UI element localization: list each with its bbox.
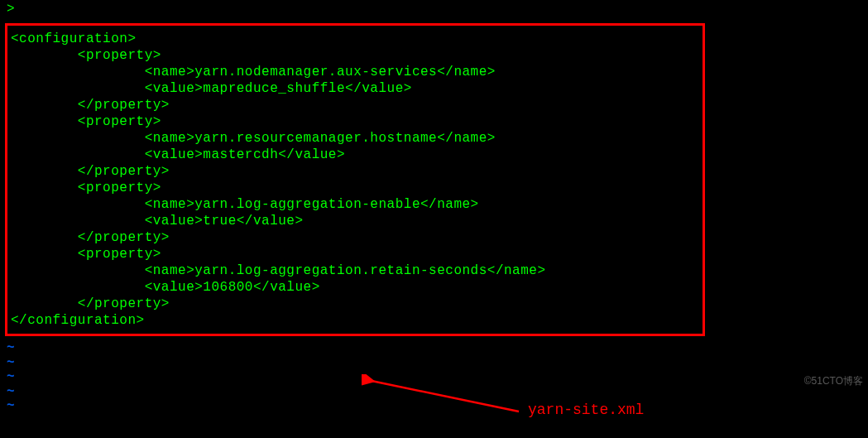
watermark-text: ©51CTO博客 (804, 374, 863, 388)
xml-line: <name>yarn.resourcemanager.hostname</nam… (11, 130, 699, 147)
xml-line: </property> (11, 229, 699, 246)
xml-line: <value>mastercdh</value> (11, 147, 699, 163)
tilde-line: ~ (7, 356, 861, 371)
xml-line: <configuration> (11, 31, 699, 47)
xml-line: </configuration> (11, 312, 699, 329)
xml-line: <name>yarn.log-aggregation.retain-second… (11, 262, 699, 279)
terminal-window: > <configuration> <property> <name>yarn.… (0, 0, 868, 438)
prompt-top: > (0, 0, 868, 18)
vim-tildes: ~ ~ ~ ~ ~ (0, 341, 868, 414)
xml-line: </property> (11, 163, 699, 180)
xml-line: </property> (11, 97, 699, 113)
highlight-box: <configuration> <property> <name>yarn.no… (5, 23, 705, 336)
xml-line: <property> (11, 113, 699, 130)
xml-line: <value>106800</value> (11, 279, 699, 296)
xml-line: <property> (11, 180, 699, 196)
xml-line: <property> (11, 47, 699, 64)
tilde-line: ~ (7, 370, 861, 385)
xml-line: <property> (11, 246, 699, 262)
annotation-label: yarn-site.xml (528, 402, 644, 418)
tilde-line: ~ (7, 341, 861, 356)
xml-line: <name>yarn.nodemanager.aux-services</nam… (11, 64, 699, 80)
tilde-line: ~ (7, 385, 861, 400)
xml-line: <value>true</value> (11, 213, 699, 229)
tilde-line: ~ (7, 399, 861, 414)
xml-line: <value>mapreduce_shuffle</value> (11, 80, 699, 97)
xml-line: <name>yarn.log-aggregation-enable</name> (11, 196, 699, 213)
xml-line: </property> (11, 296, 699, 312)
